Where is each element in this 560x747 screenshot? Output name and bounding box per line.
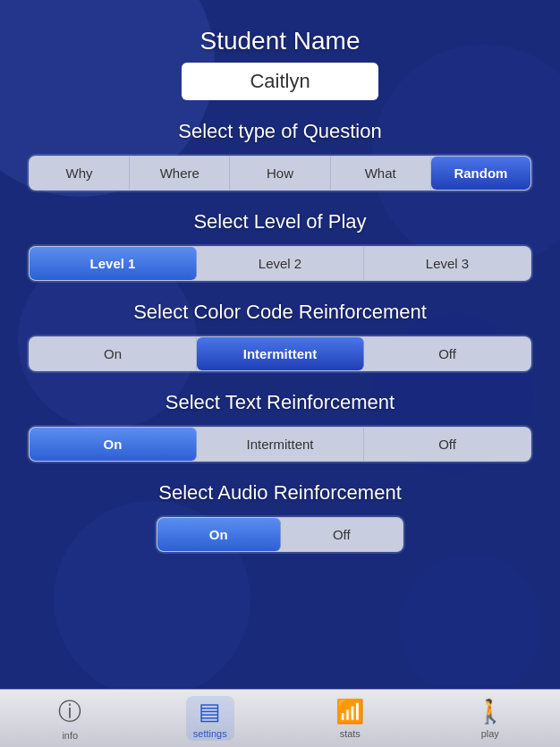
- seg-level1[interactable]: Level 1: [30, 247, 197, 280]
- seg-color-intermittent[interactable]: Intermittent: [197, 337, 364, 370]
- nav-info[interactable]: ⓘ info: [0, 696, 140, 741]
- level-title: Select Level of Play: [193, 210, 366, 233]
- seg-level2[interactable]: Level 2: [197, 247, 364, 280]
- text-title: Select Text Reinforcement: [165, 391, 395, 414]
- question-type-title: Select type of Question: [178, 120, 381, 143]
- nav-play-label: play: [481, 728, 499, 739]
- settings-icon: ▤: [199, 698, 221, 726]
- seg-text-off[interactable]: Off: [364, 428, 530, 461]
- seg-random[interactable]: Random: [431, 157, 530, 190]
- seg-audio-off[interactable]: Off: [281, 518, 403, 551]
- nav-settings-label: settings: [193, 728, 227, 739]
- audio-title: Select Audio Reinforcement: [158, 481, 402, 505]
- seg-why[interactable]: Why: [30, 157, 130, 190]
- stats-icon: 📶: [335, 698, 364, 726]
- seg-level3[interactable]: Level 3: [364, 247, 530, 280]
- bottom-nav: ⓘ info ▤ settings 📶 stats 🚶 play: [0, 689, 560, 747]
- seg-text-on[interactable]: On: [30, 428, 197, 461]
- nav-info-label: info: [62, 730, 78, 741]
- nav-stats[interactable]: 📶 stats: [280, 698, 420, 739]
- student-name-input[interactable]: [182, 63, 378, 100]
- seg-where[interactable]: Where: [130, 157, 230, 190]
- nav-stats-label: stats: [340, 728, 361, 739]
- nav-settings[interactable]: ▤ settings: [140, 696, 281, 741]
- nav-play[interactable]: 🚶 play: [420, 698, 561, 739]
- audio-control: On Off: [155, 515, 405, 554]
- color-title: Select Color Code Reinforcement: [133, 301, 427, 324]
- level-control: Level 1 Level 2 Level 3: [27, 244, 533, 283]
- seg-color-off[interactable]: Off: [364, 337, 530, 370]
- seg-text-intermittent[interactable]: Intermittent: [197, 428, 364, 461]
- seg-how[interactable]: How: [230, 157, 330, 190]
- question-type-control: Why Where How What Random: [27, 154, 533, 192]
- student-name-label: Student Name: [200, 27, 361, 55]
- text-control: On Intermittent Off: [27, 425, 533, 463]
- play-icon: 🚶: [476, 698, 505, 726]
- info-icon: ⓘ: [58, 696, 81, 727]
- seg-color-on[interactable]: On: [30, 337, 197, 370]
- color-control: On Intermittent Off: [27, 335, 533, 373]
- seg-audio-on[interactable]: On: [157, 518, 281, 551]
- seg-what[interactable]: What: [331, 157, 431, 190]
